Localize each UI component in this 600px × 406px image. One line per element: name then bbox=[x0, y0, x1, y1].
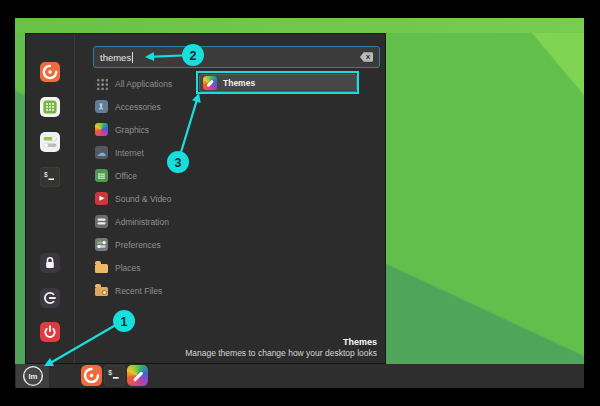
taskbar-item-firefox[interactable] bbox=[81, 365, 102, 386]
taskbar-item-themes[interactable] bbox=[127, 365, 148, 386]
category-places[interactable]: Places bbox=[93, 256, 258, 279]
graphics-rainbow-icon bbox=[95, 123, 108, 136]
search-value: themes bbox=[100, 52, 131, 63]
firefox-icon bbox=[40, 62, 60, 82]
cinnamon-menu: $ bbox=[25, 33, 386, 364]
text-cursor bbox=[132, 52, 133, 63]
firefox-icon bbox=[81, 365, 102, 386]
category-administration[interactable]: Administration bbox=[93, 210, 258, 233]
svg-text:$: $ bbox=[44, 171, 48, 178]
internet-cloud-icon: ☁ bbox=[95, 146, 108, 159]
sidebar-item-system-settings[interactable] bbox=[40, 132, 60, 152]
search-result-themes[interactable]: Themes bbox=[199, 74, 357, 92]
category-graphics[interactable]: Graphics bbox=[93, 118, 258, 141]
themes-palette-brush-icon bbox=[203, 76, 217, 90]
screenshot-frame: $ bbox=[0, 0, 600, 406]
all-applications-grid-icon bbox=[95, 77, 108, 90]
power-icon bbox=[40, 322, 60, 342]
svg-text:lm: lm bbox=[28, 372, 37, 381]
desktop: $ bbox=[15, 18, 584, 388]
office-document-icon: ▤ bbox=[95, 169, 108, 182]
sidebar-item-software-manager[interactable] bbox=[40, 97, 60, 117]
terminal-icon: $ bbox=[40, 167, 60, 187]
category-list: All Applications ✂ Accessories Graphics … bbox=[93, 72, 258, 302]
sidebar-item-firefox[interactable] bbox=[40, 62, 60, 82]
media-play-icon: ▶ bbox=[95, 192, 108, 205]
software-manager-icon bbox=[40, 97, 60, 117]
places-folder-icon bbox=[95, 264, 108, 274]
sidebar-item-quit[interactable] bbox=[40, 322, 60, 342]
category-office[interactable]: ▤ Office bbox=[93, 164, 258, 187]
sidebar-item-files[interactable] bbox=[40, 202, 60, 222]
accessories-scissors-icon: ✂ bbox=[95, 100, 108, 113]
selection-info: Themes Manage themes to change how your … bbox=[185, 337, 377, 358]
menu-launcher-button[interactable]: lm bbox=[16, 364, 49, 388]
category-preferences[interactable]: Preferences bbox=[93, 233, 258, 256]
sidebar-item-logout[interactable] bbox=[40, 288, 60, 308]
sidebar-item-lock-screen[interactable] bbox=[40, 253, 60, 273]
panel-taskbar: lm $ bbox=[15, 364, 584, 388]
sidebar-item-terminal[interactable]: $ bbox=[40, 167, 60, 187]
menu-sidebar: $ bbox=[26, 34, 75, 363]
administration-sliders-icon bbox=[95, 215, 108, 228]
terminal-icon: $ bbox=[104, 365, 125, 386]
selection-description: Manage themes to change how your desktop… bbox=[185, 348, 377, 358]
wallpaper-top-band bbox=[15, 18, 584, 33]
lock-icon bbox=[40, 253, 60, 273]
search-input[interactable]: themes bbox=[93, 46, 380, 68]
category-recent-files[interactable]: Recent Files bbox=[93, 279, 258, 302]
category-accessories[interactable]: ✂ Accessories bbox=[93, 95, 258, 118]
category-internet[interactable]: ☁ Internet bbox=[93, 141, 258, 164]
clear-search-icon[interactable] bbox=[360, 52, 373, 62]
selection-title: Themes bbox=[185, 337, 377, 347]
recent-files-folder-clock-icon bbox=[95, 287, 108, 297]
system-settings-icon bbox=[40, 132, 60, 152]
mint-logo-icon: lm bbox=[22, 365, 44, 387]
taskbar-item-terminal[interactable]: $ bbox=[104, 365, 125, 386]
logout-icon bbox=[40, 288, 60, 308]
taskbar-item-files[interactable] bbox=[56, 365, 77, 386]
category-sound-video[interactable]: ▶ Sound & Video bbox=[93, 187, 258, 210]
svg-text:$: $ bbox=[108, 369, 112, 376]
preferences-toggles-icon bbox=[95, 238, 108, 251]
